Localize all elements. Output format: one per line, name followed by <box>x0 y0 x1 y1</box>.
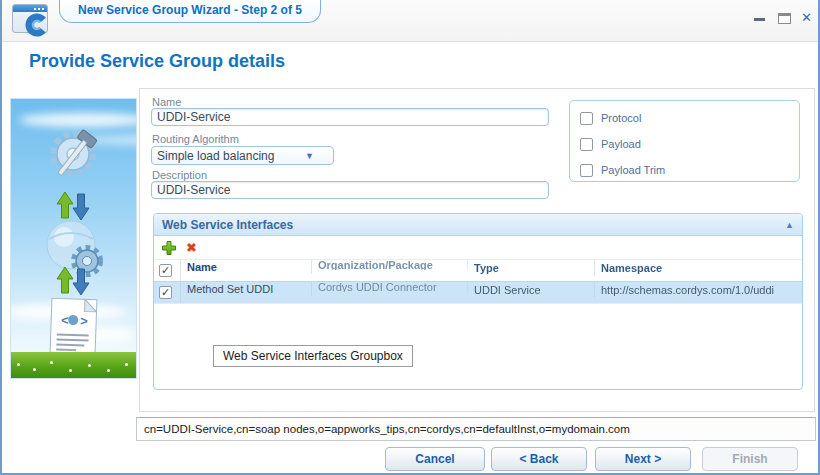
tooltip: Web Service Interfaces Groupbox <box>213 345 413 367</box>
page-title: Provide Service Group details <box>29 51 285 72</box>
title-bar: New Service Group Wizard - Step 2 of 5 ✕ <box>2 0 818 42</box>
payload-label: Payload <box>601 138 641 150</box>
routing-algorithm-select[interactable]: Simple load balancing ▼ <box>151 146 334 165</box>
row-checkbox[interactable]: ✓ <box>159 286 172 299</box>
groupbox-header: Web Service Interfaces ▲ <box>154 214 802 236</box>
checkmark-icon: ✓ <box>161 265 170 276</box>
column-header-organization[interactable]: Organization/Package <box>312 260 468 270</box>
options-groupbox: Protocol Payload Payload Trim <box>569 100 800 182</box>
close-button[interactable]: ✕ <box>801 11 812 24</box>
dropdown-arrow-icon[interactable]: ▼ <box>305 151 328 161</box>
collapse-arrow-icon[interactable]: ▲ <box>785 220 794 230</box>
cell-type: UDDI Service <box>468 282 595 298</box>
payload-trim-label: Payload Trim <box>601 164 665 176</box>
wizard-window: New Service Group Wizard - Step 2 of 5 ✕… <box>0 0 820 475</box>
groupbox-title: Web Service Interfaces <box>162 218 293 232</box>
add-interface-button[interactable] <box>161 240 177 256</box>
groupbox-toolbar: ✖ <box>154 236 802 259</box>
svg-text:<: < <box>61 313 70 328</box>
form-panel: Name Routing Algorithm Simple load balan… <box>139 88 815 412</box>
finish-button: Finish <box>702 447 798 471</box>
next-button[interactable]: Next > <box>595 447 691 471</box>
cell-name: Method Set UDDI <box>181 282 312 296</box>
name-label: Name <box>152 96 181 108</box>
wizard-illustration: < > <box>10 98 137 379</box>
app-icon <box>12 4 52 38</box>
name-input[interactable] <box>151 108 549 126</box>
app-icon-titlestrip <box>13 5 47 12</box>
dn-status-bar: cn=UDDI-Service,cn=soap nodes,o=appworks… <box>136 417 816 441</box>
routing-algorithm-value: Simple load balancing <box>157 149 274 163</box>
column-header-name[interactable]: Name <box>181 260 312 274</box>
sync-arrows-icon <box>57 192 89 220</box>
description-input[interactable] <box>151 181 549 199</box>
payload-checkbox[interactable] <box>580 138 593 151</box>
row-checkbox-cell: ✓ <box>154 282 181 303</box>
cell-namespace: http://schemas.cordys.com/1.0/uddi <box>595 282 802 297</box>
grass <box>11 352 137 378</box>
table-header-row: ✓ Name Organization/Package Type Namespa… <box>154 259 802 282</box>
routing-algorithm-label: Routing Algorithm <box>152 133 239 145</box>
payload-trim-checkbox[interactable] <box>580 164 593 177</box>
cordys-logo-icon <box>24 12 50 38</box>
protocol-label: Protocol <box>601 112 641 124</box>
select-all-cell: ✓ <box>154 260 181 281</box>
delete-interface-button[interactable]: ✖ <box>186 240 197 255</box>
illustration-icons: < > <box>11 99 137 379</box>
svg-text:>: > <box>80 313 89 328</box>
document-icon: < > <box>50 298 97 354</box>
cancel-button[interactable]: Cancel <box>385 447 485 471</box>
table-row[interactable]: ✓ Method Set UDDI Cordys UDDI Connector … <box>154 282 802 304</box>
back-button[interactable]: < Back <box>491 447 587 471</box>
window-title: New Service Group Wizard - Step 2 of 5 <box>59 0 321 23</box>
minimize-button[interactable] <box>754 18 765 21</box>
cell-organization: Cordys UDDI Connector <box>312 282 468 292</box>
maximize-button[interactable] <box>778 13 791 24</box>
protocol-checkbox[interactable] <box>580 112 593 125</box>
checkmark-icon: ✓ <box>161 287 170 298</box>
select-all-checkbox[interactable]: ✓ <box>159 264 172 277</box>
description-label: Description <box>152 169 207 181</box>
column-header-namespace[interactable]: Namespace <box>595 260 802 275</box>
plus-icon <box>163 241 176 254</box>
globe-gear-icon <box>47 221 100 274</box>
gear-hammer-icon <box>52 129 97 179</box>
window-title-text: New Service Group Wizard - Step 2 of 5 <box>78 3 302 17</box>
column-header-type[interactable]: Type <box>468 260 595 276</box>
dn-status-text: cn=UDDI-Service,cn=soap nodes,o=appworks… <box>144 423 630 435</box>
